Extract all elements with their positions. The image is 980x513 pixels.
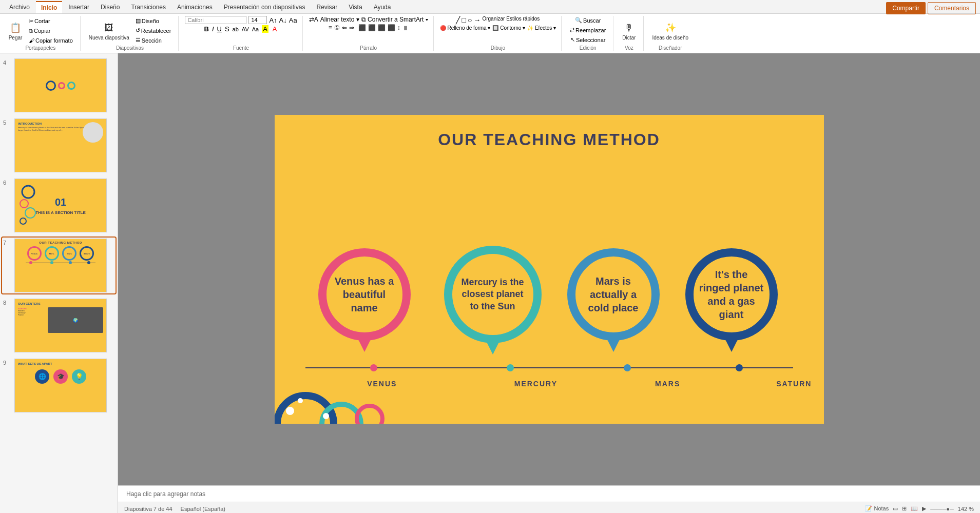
svg-point-7 <box>286 407 294 415</box>
section-button[interactable]: ☰ Sección <box>133 36 174 45</box>
shadow-button[interactable]: ab <box>233 26 239 32</box>
slide-thumb-4[interactable]: 4 <box>2 57 116 113</box>
tab-presentacion[interactable]: Presentación con diapositivas <box>219 2 311 13</box>
shape-arrow-icon[interactable]: → <box>473 16 481 24</box>
align-center-button[interactable]: ⬛ <box>368 24 376 31</box>
thumb7-circles: Venus Merc. Mars Saturn <box>27 246 94 261</box>
svg-point-8 <box>298 398 303 403</box>
slide-sorter-button[interactable]: ⊞ <box>902 505 907 512</box>
increase-indent-button[interactable]: ⇒ <box>349 24 354 31</box>
charspace-button[interactable]: AV <box>242 26 249 32</box>
design-ideas-button[interactable]: ✨ Ideas de diseño <box>650 19 690 42</box>
notes-bar[interactable]: Haga clic para agregar notas <box>118 485 980 502</box>
arrange-button[interactable]: Organizar <box>482 16 505 24</box>
shape-fill-button[interactable]: 🔴 Relleno de forma ▾ <box>440 25 491 31</box>
align-left-button[interactable]: ⬛ <box>358 24 366 31</box>
slide-6-section-title: THIS IS A SECTION TITLE <box>35 210 86 215</box>
bullets-button[interactable]: ≡ <box>329 24 332 31</box>
comments-button[interactable]: Comentarios <box>928 2 976 14</box>
design-button[interactable]: ▤ Diseño <box>133 16 174 25</box>
select-icon: ↖ <box>570 36 575 43</box>
tab-archivo[interactable]: Archivo <box>4 2 35 13</box>
copy-button[interactable]: ⧉ Copiar <box>27 27 75 35</box>
slide-thumb-5[interactable]: 5 INTRODUCTION Mercury is the closest pl… <box>2 117 116 173</box>
cut-icon: ✂ <box>29 18 33 25</box>
numbering-button[interactable]: ① <box>334 24 340 31</box>
shape-circle-icon[interactable]: ○ <box>468 16 472 24</box>
format-painter-button[interactable]: 🖌 Copiar formato <box>27 36 75 45</box>
saturn-label: SATURN <box>776 380 812 388</box>
italic-button[interactable]: I <box>212 25 214 33</box>
mars-text: Mars is actually a cold place <box>575 269 651 320</box>
dictate-button[interactable]: 🎙 Dictar <box>620 19 638 42</box>
normal-view-button[interactable]: ▭ <box>893 505 898 512</box>
notes-view-button[interactable]: 📝 Notas <box>865 505 889 512</box>
quick-styles-button[interactable]: Estilos rápidos <box>506 16 540 24</box>
slide-number-4: 4 <box>3 58 11 66</box>
tab-insertar[interactable]: Insertar <box>63 2 94 13</box>
shape-line-icon[interactable]: ╱ <box>456 16 460 24</box>
tab-animaciones[interactable]: Animaciones <box>172 2 218 13</box>
underline-button[interactable]: U <box>217 25 222 33</box>
tab-ayuda[interactable]: Ayuda <box>369 2 396 13</box>
tab-transiciones[interactable]: Transiciones <box>126 2 171 13</box>
find-button[interactable]: 🔍 Buscar <box>573 16 603 25</box>
zoom-level: 142 % <box>958 506 974 512</box>
slide-thumb-9[interactable]: 9 WHAT SETS US APART 🌐 🎓 💡 <box>2 358 116 413</box>
group-disenador: ✨ Ideas de diseño Diseñador <box>648 16 696 51</box>
text-direction-button[interactable]: ⇄A <box>309 16 318 23</box>
slide-thumb-6[interactable]: 6 01 THIS IS A SECTION TITLE <box>2 177 116 233</box>
font-family-input[interactable] <box>185 16 246 24</box>
group-voz-content: 🎙 Dictar <box>620 16 638 45</box>
slideshow-button[interactable]: ▶ <box>922 505 926 512</box>
decrease-indent-button[interactable]: ⇐ <box>342 24 347 31</box>
line-spacing-button[interactable]: ↕ <box>397 24 400 31</box>
zoom-slider[interactable]: ────●─ <box>930 506 954 512</box>
convert-smartart-button[interactable]: ⧉ Convertir a SmartArt ▾ <box>361 16 428 23</box>
slide-number-6: 6 <box>3 179 11 186</box>
tab-inicio[interactable]: Inicio <box>36 1 62 13</box>
change-case-button[interactable]: Aa <box>252 26 259 32</box>
clear-format-icon[interactable]: Aa <box>289 16 297 24</box>
notes-placeholder: Haga clic para agregar notas <box>126 490 205 498</box>
status-right: 📝 Notas ▭ ⊞ 📖 ▶ ────●─ 142 % <box>865 505 974 512</box>
group-dibujo: ╱ □ ○ → Organizar Estilos rápidos 🔴 Rell… <box>438 16 562 51</box>
saturn-dot <box>736 364 743 371</box>
font-increase-icon[interactable]: A↑ <box>269 16 277 24</box>
group-disenador-content: ✨ Ideas de diseño <box>650 16 690 45</box>
group-parrafo: ⇄A Alinear texto ▾ ⧉ Convertir a SmartAr… <box>307 16 434 51</box>
align-text-button[interactable]: Alinear texto ▾ <box>320 16 359 23</box>
select-button[interactable]: ↖ Seleccionar <box>568 35 607 44</box>
slide-canvas[interactable]: OUR TEACHING METHOD Venus has a beautifu… <box>118 53 980 485</box>
shape-effects-button[interactable]: ✨ Efectos ▾ <box>527 25 556 31</box>
align-right-button[interactable]: ⬛ <box>378 24 386 31</box>
font-size-input[interactable] <box>248 16 267 24</box>
slide-thumb-8[interactable]: 8 OUR CENTERS EUROPE SwedenGermanyFrance… <box>2 298 116 353</box>
reading-view-button[interactable]: 📖 <box>911 505 918 512</box>
shape-outline-button[interactable]: 🔲 Contorno ▾ <box>492 25 525 31</box>
copy-icon: ⧉ <box>29 28 33 34</box>
cut-button[interactable]: ✂ Cortar <box>27 17 75 26</box>
text-columns-button[interactable]: ⫼ <box>402 24 409 31</box>
bold-button[interactable]: B <box>204 25 209 33</box>
replace-button[interactable]: ⇄ Reemplazar <box>568 26 608 34</box>
tab-revisar[interactable]: Revisar <box>311 2 342 13</box>
justify-button[interactable]: ⬛ <box>388 24 395 31</box>
slide-thumb-7[interactable]: 7 OUR TEACHING METHOD Venus Merc. Mars S… <box>2 238 116 293</box>
paste-button[interactable]: 📋 Pegar <box>6 19 25 42</box>
tab-vista[interactable]: Vista <box>343 2 367 13</box>
new-slide-button[interactable]: 🖼 Nueva diapositiva <box>87 19 131 42</box>
shape-rect-icon[interactable]: □ <box>462 16 466 24</box>
slide-image-6: 01 THIS IS A SECTION TITLE <box>14 179 107 232</box>
font-decrease-icon[interactable]: A↓ <box>279 16 287 24</box>
font-color-button[interactable]: A <box>272 25 278 33</box>
slide-panel[interactable]: 4 5 INTRODUCTION Mercury is the closes <box>0 53 118 513</box>
group-portapapeles: 📋 Pegar ✂ Cortar ⧉ Copiar 🖌 Copiar forma… <box>4 16 81 51</box>
highlight-button[interactable]: A <box>262 25 268 33</box>
share-button[interactable]: Compartir <box>886 2 926 14</box>
language-indicator: Español (España) <box>181 506 225 512</box>
tab-diseno[interactable]: Diseño <box>95 2 125 13</box>
status-bar: Diapositiva 7 de 44 Español (España) 📝 N… <box>118 502 980 513</box>
reset-button[interactable]: ↺ Restablecer <box>133 26 174 35</box>
strikethrough-button[interactable]: S <box>225 25 229 33</box>
